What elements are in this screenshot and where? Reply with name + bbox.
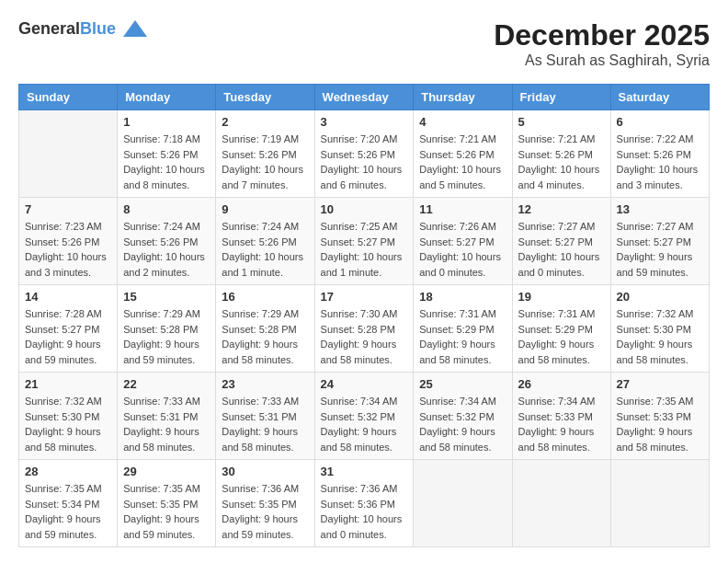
day-number: 21	[25, 377, 111, 391]
day-number: 11	[419, 202, 506, 216]
table-row: 24Sunrise: 7:34 AM Sunset: 5:32 PM Dayli…	[314, 373, 414, 460]
table-row: 4Sunrise: 7:21 AM Sunset: 5:26 PM Daylig…	[414, 110, 512, 198]
table-row: 31Sunrise: 7:36 AM Sunset: 5:36 PM Dayli…	[314, 460, 414, 547]
header-saturday: Saturday	[610, 85, 709, 110]
day-number: 30	[222, 465, 308, 478]
day-number: 15	[123, 290, 210, 304]
day-number: 14	[25, 290, 111, 304]
day-info: Sunrise: 7:21 AM Sunset: 5:26 PM Dayligh…	[419, 132, 506, 192]
header-wednesday: Wednesday	[314, 85, 414, 110]
table-row: 7Sunrise: 7:23 AM Sunset: 5:26 PM Daylig…	[19, 198, 118, 285]
table-row	[414, 460, 512, 547]
table-row: 15Sunrise: 7:29 AM Sunset: 5:28 PM Dayli…	[118, 285, 216, 373]
day-info: Sunrise: 7:34 AM Sunset: 5:32 PM Dayligh…	[321, 394, 408, 454]
table-row: 11Sunrise: 7:26 AM Sunset: 5:27 PM Dayli…	[414, 198, 512, 285]
day-number: 27	[617, 377, 703, 391]
table-row: 29Sunrise: 7:35 AM Sunset: 5:35 PM Dayli…	[118, 460, 216, 547]
day-info: Sunrise: 7:33 AM Sunset: 5:31 PM Dayligh…	[222, 394, 308, 454]
day-number: 10	[321, 202, 408, 216]
day-number: 4	[419, 115, 506, 129]
day-info: Sunrise: 7:35 AM Sunset: 5:33 PM Dayligh…	[617, 394, 703, 454]
day-info: Sunrise: 7:18 AM Sunset: 5:26 PM Dayligh…	[123, 132, 210, 192]
table-row	[512, 460, 610, 547]
day-info: Sunrise: 7:27 AM Sunset: 5:27 PM Dayligh…	[617, 219, 703, 280]
day-info: Sunrise: 7:26 AM Sunset: 5:27 PM Dayligh…	[419, 219, 506, 280]
table-row: 13Sunrise: 7:27 AM Sunset: 5:27 PM Dayli…	[610, 198, 709, 285]
header-sunday: Sunday	[19, 85, 118, 110]
day-info: Sunrise: 7:32 AM Sunset: 5:30 PM Dayligh…	[617, 306, 703, 367]
table-row: 19Sunrise: 7:31 AM Sunset: 5:29 PM Dayli…	[512, 285, 610, 373]
table-row: 12Sunrise: 7:27 AM Sunset: 5:27 PM Dayli…	[512, 198, 610, 285]
day-info: Sunrise: 7:24 AM Sunset: 5:26 PM Dayligh…	[222, 219, 308, 280]
table-row: 14Sunrise: 7:28 AM Sunset: 5:27 PM Dayli…	[19, 285, 118, 373]
table-row: 5Sunrise: 7:21 AM Sunset: 5:26 PM Daylig…	[512, 110, 610, 198]
table-row: 8Sunrise: 7:24 AM Sunset: 5:26 PM Daylig…	[118, 198, 216, 285]
logo-icon	[121, 18, 149, 39]
location-title: As Surah as Saghirah, Syria	[494, 52, 710, 69]
logo-text-general: GeneralBlue	[18, 19, 116, 39]
table-row: 28Sunrise: 7:35 AM Sunset: 5:34 PM Dayli…	[19, 460, 118, 547]
table-row: 25Sunrise: 7:34 AM Sunset: 5:32 PM Dayli…	[414, 373, 512, 460]
day-number: 24	[321, 377, 408, 391]
table-row	[19, 110, 118, 198]
day-info: Sunrise: 7:36 AM Sunset: 5:36 PM Dayligh…	[321, 481, 408, 542]
table-row: 6Sunrise: 7:22 AM Sunset: 5:26 PM Daylig…	[610, 110, 709, 198]
day-number: 7	[25, 202, 111, 216]
table-row: 18Sunrise: 7:31 AM Sunset: 5:29 PM Dayli…	[414, 285, 512, 373]
day-info: Sunrise: 7:35 AM Sunset: 5:35 PM Dayligh…	[123, 481, 210, 542]
day-number: 5	[518, 115, 605, 129]
day-number: 6	[617, 115, 703, 129]
day-number: 18	[419, 290, 506, 304]
page-header: GeneralBlue December 2025 As Surah as Sa…	[18, 18, 710, 69]
table-row	[610, 460, 709, 547]
day-number: 9	[222, 202, 308, 216]
table-row: 27Sunrise: 7:35 AM Sunset: 5:33 PM Dayli…	[610, 373, 709, 460]
day-number: 19	[518, 290, 605, 304]
month-title: December 2025	[494, 18, 710, 52]
table-row: 9Sunrise: 7:24 AM Sunset: 5:26 PM Daylig…	[216, 198, 314, 285]
day-number: 23	[222, 377, 308, 391]
header-monday: Monday	[118, 85, 216, 110]
table-row: 21Sunrise: 7:32 AM Sunset: 5:30 PM Dayli…	[19, 373, 118, 460]
day-number: 17	[321, 290, 408, 304]
day-number: 25	[419, 377, 506, 391]
table-row: 2Sunrise: 7:19 AM Sunset: 5:26 PM Daylig…	[216, 110, 314, 198]
day-info: Sunrise: 7:24 AM Sunset: 5:26 PM Dayligh…	[123, 219, 210, 280]
day-number: 31	[321, 465, 408, 478]
day-info: Sunrise: 7:19 AM Sunset: 5:26 PM Dayligh…	[222, 132, 308, 192]
day-number: 1	[123, 115, 210, 129]
day-info: Sunrise: 7:32 AM Sunset: 5:30 PM Dayligh…	[25, 394, 111, 454]
day-info: Sunrise: 7:28 AM Sunset: 5:27 PM Dayligh…	[25, 306, 111, 367]
table-row: 30Sunrise: 7:36 AM Sunset: 5:35 PM Dayli…	[216, 460, 314, 547]
day-number: 22	[123, 377, 210, 391]
table-row: 17Sunrise: 7:30 AM Sunset: 5:28 PM Dayli…	[314, 285, 414, 373]
calendar-week-4: 21Sunrise: 7:32 AM Sunset: 5:30 PM Dayli…	[19, 373, 710, 460]
table-row: 26Sunrise: 7:34 AM Sunset: 5:33 PM Dayli…	[512, 373, 610, 460]
title-area: December 2025 As Surah as Saghirah, Syri…	[494, 18, 710, 69]
day-info: Sunrise: 7:36 AM Sunset: 5:35 PM Dayligh…	[222, 481, 308, 542]
calendar-header-row: Sunday Monday Tuesday Wednesday Thursday…	[19, 85, 710, 110]
table-row: 3Sunrise: 7:20 AM Sunset: 5:26 PM Daylig…	[314, 110, 414, 198]
day-number: 12	[518, 202, 605, 216]
day-info: Sunrise: 7:23 AM Sunset: 5:26 PM Dayligh…	[25, 219, 111, 280]
day-info: Sunrise: 7:30 AM Sunset: 5:28 PM Dayligh…	[321, 306, 408, 367]
calendar-week-1: 1Sunrise: 7:18 AM Sunset: 5:26 PM Daylig…	[19, 110, 710, 198]
table-row: 10Sunrise: 7:25 AM Sunset: 5:27 PM Dayli…	[314, 198, 414, 285]
day-info: Sunrise: 7:22 AM Sunset: 5:26 PM Dayligh…	[617, 132, 703, 192]
header-thursday: Thursday	[414, 85, 512, 110]
logo: GeneralBlue	[18, 18, 149, 39]
header-tuesday: Tuesday	[216, 85, 314, 110]
svg-marker-0	[123, 20, 147, 37]
day-number: 20	[617, 290, 703, 304]
day-info: Sunrise: 7:29 AM Sunset: 5:28 PM Dayligh…	[123, 306, 210, 367]
calendar-table: Sunday Monday Tuesday Wednesday Thursday…	[18, 84, 710, 547]
table-row: 16Sunrise: 7:29 AM Sunset: 5:28 PM Dayli…	[216, 285, 314, 373]
day-info: Sunrise: 7:34 AM Sunset: 5:33 PM Dayligh…	[518, 394, 605, 454]
header-friday: Friday	[512, 85, 610, 110]
table-row: 22Sunrise: 7:33 AM Sunset: 5:31 PM Dayli…	[118, 373, 216, 460]
calendar-week-5: 28Sunrise: 7:35 AM Sunset: 5:34 PM Dayli…	[19, 460, 710, 547]
day-info: Sunrise: 7:20 AM Sunset: 5:26 PM Dayligh…	[321, 132, 408, 192]
day-number: 16	[222, 290, 308, 304]
calendar-week-3: 14Sunrise: 7:28 AM Sunset: 5:27 PM Dayli…	[19, 285, 710, 373]
day-info: Sunrise: 7:27 AM Sunset: 5:27 PM Dayligh…	[518, 219, 605, 280]
